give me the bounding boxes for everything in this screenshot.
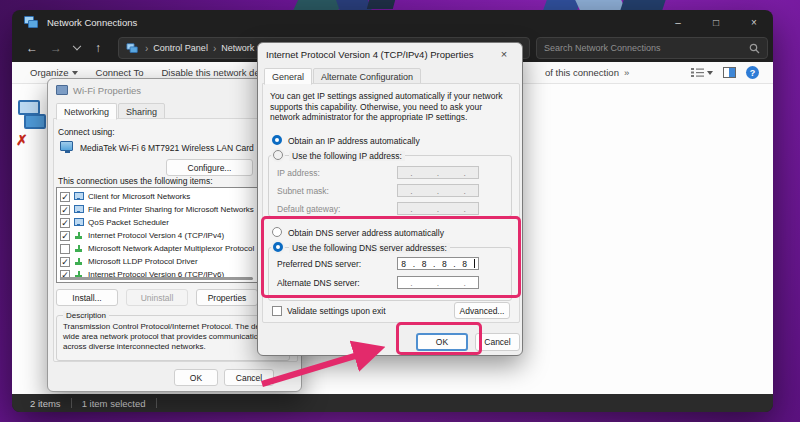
protocol-icon	[74, 257, 84, 266]
default-gateway-label: Default gateway:	[277, 204, 340, 214]
breadcrumb-control-panel[interactable]: Control Panel	[153, 43, 208, 53]
use-ip-label[interactable]: Use the following IP address:	[289, 151, 405, 161]
wifi-cancel-button[interactable]: Cancel	[224, 369, 274, 386]
window-title: Network Connections	[47, 17, 137, 28]
connect-to-button[interactable]: Connect To	[96, 67, 144, 78]
connection-items-list[interactable]: Client for Microsoft Networks File and P…	[56, 187, 290, 283]
description-label: Description	[63, 311, 109, 320]
maximize-button[interactable]: □	[697, 10, 735, 34]
validate-label[interactable]: Validate settings upon exit	[287, 306, 386, 316]
search-input[interactable]	[544, 43, 749, 53]
breadcrumb-separator: ›	[213, 43, 216, 54]
status-divider	[71, 398, 72, 408]
view-options-button[interactable]	[691, 67, 713, 78]
tab-networking[interactable]: Networking	[56, 103, 117, 120]
list-item[interactable]: Microsoft LLDP Protocol Driver	[60, 255, 289, 268]
toolbar-overflow-chevron[interactable]: »	[624, 67, 629, 78]
help-icon[interactable]: ?	[746, 66, 759, 79]
ip-address-field[interactable]: ...	[397, 166, 479, 179]
validate-checkbox[interactable]	[272, 306, 282, 316]
recent-locations-chevron-icon[interactable]	[68, 41, 86, 55]
breadcrumb-separator: ›	[145, 43, 148, 54]
connection-items-label: This connection uses the following items…	[58, 176, 213, 186]
preview-pane-icon[interactable]	[723, 67, 736, 78]
configure-button[interactable]: Configure...	[166, 159, 253, 176]
horizontal-scrollbar[interactable]	[60, 277, 253, 280]
list-item[interactable]: File and Printer Sharing for Microsoft N…	[60, 203, 289, 216]
wifi-adapter-icon	[56, 85, 68, 95]
client-icon	[74, 192, 84, 201]
item-checkbox[interactable]	[60, 257, 70, 267]
item-checkbox[interactable]	[60, 218, 70, 228]
item-label: Microsoft LLDP Protocol Driver	[88, 257, 198, 266]
item-checkbox[interactable]	[60, 205, 70, 215]
ipv4-properties-dialog: Internet Protocol Version 4 (TCP/IPv4) P…	[257, 42, 523, 356]
minimize-button[interactable]: –	[659, 10, 697, 34]
item-label: Microsoft Network Adapter Multiplexor Pr…	[88, 244, 254, 253]
ipv4-dialog-title: Internet Protocol Version 4 (TCP/IPv4) P…	[266, 49, 474, 60]
desktop-wallpaper: Network Connections – □ × ← → ↑ › Contro…	[0, 0, 800, 422]
item-checkbox[interactable]	[60, 192, 70, 202]
item-checkbox[interactable]	[60, 231, 70, 241]
forward-button[interactable]: →	[44, 41, 68, 55]
use-ip-groupbox: Use the following IP address: IP address…	[268, 155, 512, 217]
default-gateway-field[interactable]: ...	[397, 202, 479, 215]
tab-general[interactable]: General	[264, 68, 312, 85]
disabled-x-icon: ✗	[16, 132, 28, 148]
protocol-icon	[74, 244, 84, 253]
title-bar: Network Connections – □ ×	[12, 10, 773, 34]
wifi-dialog-title: Wi-Fi Properties	[73, 85, 141, 96]
adapter-name: MediaTek Wi-Fi 6 MT7921 Wireless LAN Car…	[80, 143, 254, 153]
items-count: 2 items	[30, 398, 61, 409]
item-label: Client for Microsoft Networks	[88, 192, 190, 201]
ipv4-intro-text: You can get IP settings assigned automat…	[270, 91, 514, 123]
list-item[interactable]: Client for Microsoft Networks	[60, 190, 289, 203]
change-settings-button[interactable]: of this connection	[545, 67, 619, 78]
ip-address-label: IP address:	[277, 168, 320, 178]
use-ip-radio[interactable]	[273, 150, 283, 160]
connect-using-label: Connect using:	[58, 127, 115, 137]
up-button[interactable]: ↑	[86, 41, 110, 55]
dns-section-highlight-box	[261, 216, 521, 298]
list-item-selected[interactable]: Internet Protocol Version 4 (TCP/IPv4)	[60, 229, 289, 242]
install-button[interactable]: Install...	[56, 289, 118, 306]
back-button[interactable]: ←	[20, 41, 44, 55]
search-box	[536, 37, 768, 59]
search-icon[interactable]	[749, 43, 760, 54]
properties-button[interactable]: Properties	[196, 289, 258, 306]
item-label: QoS Packet Scheduler	[88, 218, 169, 227]
advanced-button[interactable]: Advanced...	[454, 302, 510, 319]
network-connections-app-icon	[24, 16, 39, 29]
protocol-icon	[74, 231, 84, 240]
list-item[interactable]: Microsoft Network Adapter Multiplexor Pr…	[60, 242, 289, 255]
item-label: File and Printer Sharing for Microsoft N…	[88, 205, 254, 214]
close-button[interactable]: ×	[735, 10, 773, 34]
list-item[interactable]: QoS Packet Scheduler	[60, 216, 289, 229]
wifi-ok-button[interactable]: OK	[174, 369, 218, 386]
description-text: Transmission Control Protocol/Internet P…	[63, 322, 285, 352]
item-label: Internet Protocol Version 4 (TCP/IPv4)	[88, 231, 224, 240]
status-divider	[156, 398, 157, 408]
details-view-icon	[691, 67, 704, 78]
organize-menu[interactable]: Organize	[30, 67, 78, 78]
ipv4-dialog-titlebar: Internet Protocol Version 4 (TCP/IPv4) P…	[258, 43, 522, 65]
adapter-icon	[60, 141, 75, 153]
dialog-close-icon[interactable]: ×	[494, 48, 514, 60]
selected-count: 1 item selected	[82, 398, 146, 409]
chevron-down-icon	[72, 71, 78, 75]
item-checkbox[interactable]	[60, 244, 70, 254]
description-groupbox: Description Transmission Control Protoco…	[56, 315, 290, 361]
wallpaper-shape	[620, 0, 665, 10]
obtain-ip-radio[interactable]	[272, 135, 282, 145]
client-icon	[74, 205, 84, 214]
subnet-mask-label: Subnet mask:	[277, 186, 329, 196]
client-icon	[74, 218, 84, 227]
wallpaper-shape	[367, 0, 395, 9]
obtain-ip-label[interactable]: Obtain an IP address automatically	[288, 136, 420, 146]
location-icon	[127, 43, 139, 53]
subnet-mask-field[interactable]: ...	[397, 184, 479, 197]
chevron-down-icon	[707, 71, 713, 75]
uninstall-button[interactable]: Uninstall	[126, 289, 188, 306]
status-bar: 2 items 1 item selected	[12, 394, 773, 412]
ok-button-highlight-box	[396, 322, 482, 355]
